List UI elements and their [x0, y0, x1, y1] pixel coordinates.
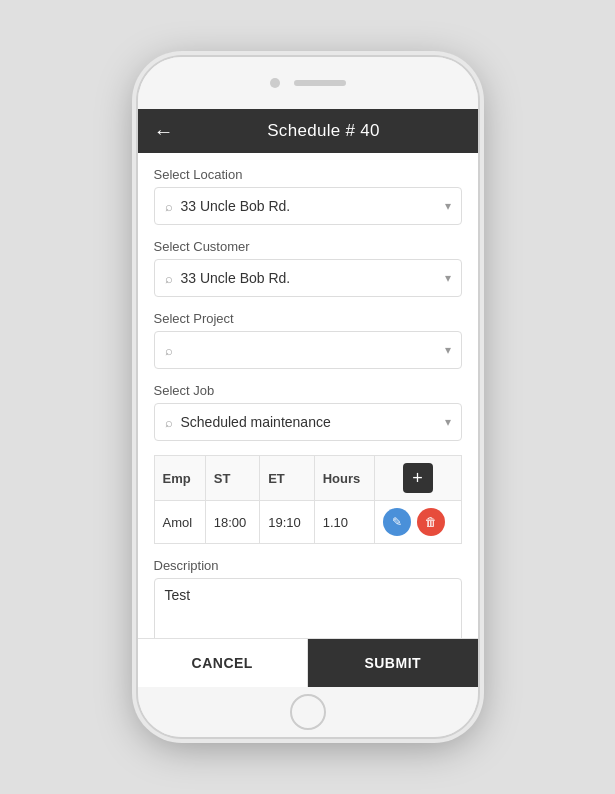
location-label: Select Location	[154, 167, 462, 182]
emp-actions-cell: ✎ 🗑	[374, 501, 461, 544]
emp-et-cell: 19:10	[260, 501, 314, 544]
earpiece-speaker	[294, 80, 346, 86]
job-select[interactable]: ⌕ Scheduled maintenance ▾	[154, 403, 462, 441]
col-emp: Emp	[154, 456, 205, 501]
job-search-icon: ⌕	[165, 415, 173, 430]
phone-top-notch	[138, 57, 478, 109]
description-label: Description	[154, 558, 462, 573]
customer-chevron-icon: ▾	[445, 271, 451, 285]
delete-row-button[interactable]: 🗑	[417, 508, 445, 536]
app-header: ← Schedule # 40	[138, 109, 478, 153]
table-row: Amol 18:00 19:10 1.10 ✎ 🗑	[154, 501, 461, 544]
emp-name-cell: Amol	[154, 501, 205, 544]
front-camera	[270, 78, 280, 88]
job-chevron-icon: ▾	[445, 415, 451, 429]
customer-label: Select Customer	[154, 239, 462, 254]
location-search-icon: ⌕	[165, 199, 173, 214]
back-button[interactable]: ←	[154, 121, 174, 141]
phone-frame: ← Schedule # 40 Select Location ⌕ 33 Unc…	[138, 57, 478, 737]
project-label: Select Project	[154, 311, 462, 326]
add-employee-button[interactable]: +	[403, 463, 433, 493]
customer-search-icon: ⌕	[165, 271, 173, 286]
location-field-group: Select Location ⌕ 33 Uncle Bob Rd. ▾	[154, 167, 462, 225]
job-value: Scheduled maintenance	[181, 414, 445, 430]
form-content: Select Location ⌕ 33 Uncle Bob Rd. ▾ Sel…	[138, 153, 478, 638]
emp-st-cell: 18:00	[205, 501, 259, 544]
emp-hours-cell: 1.10	[314, 501, 374, 544]
project-chevron-icon: ▾	[445, 343, 451, 357]
customer-select[interactable]: ⌕ 33 Uncle Bob Rd. ▾	[154, 259, 462, 297]
col-hours: Hours	[314, 456, 374, 501]
job-label: Select Job	[154, 383, 462, 398]
employee-table: Emp ST ET Hours + Amol 18:00 19:10 1	[154, 455, 462, 544]
phone-screen: ← Schedule # 40 Select Location ⌕ 33 Unc…	[138, 109, 478, 687]
col-et: ET	[260, 456, 314, 501]
col-st: ST	[205, 456, 259, 501]
project-search-icon: ⌕	[165, 343, 173, 358]
location-value: 33 Uncle Bob Rd.	[181, 198, 445, 214]
project-select[interactable]: ⌕ ▾	[154, 331, 462, 369]
customer-field-group: Select Customer ⌕ 33 Uncle Bob Rd. ▾	[154, 239, 462, 297]
col-add-header: +	[374, 456, 461, 501]
form-footer: CANCEL SUBMIT	[138, 638, 478, 687]
submit-button[interactable]: SUBMIT	[308, 639, 478, 687]
home-button[interactable]	[290, 694, 326, 730]
page-title: Schedule # 40	[186, 121, 462, 141]
customer-value: 33 Uncle Bob Rd.	[181, 270, 445, 286]
row-action-buttons: ✎ 🗑	[383, 508, 453, 536]
location-select[interactable]: ⌕ 33 Uncle Bob Rd. ▾	[154, 187, 462, 225]
cancel-button[interactable]: CANCEL	[138, 639, 309, 687]
job-field-group: Select Job ⌕ Scheduled maintenance ▾	[154, 383, 462, 441]
location-chevron-icon: ▾	[445, 199, 451, 213]
phone-bottom-bar	[138, 687, 478, 737]
description-input[interactable]: Test	[154, 578, 462, 638]
project-field-group: Select Project ⌕ ▾	[154, 311, 462, 369]
description-field-group: Description Test	[154, 558, 462, 638]
edit-row-button[interactable]: ✎	[383, 508, 411, 536]
